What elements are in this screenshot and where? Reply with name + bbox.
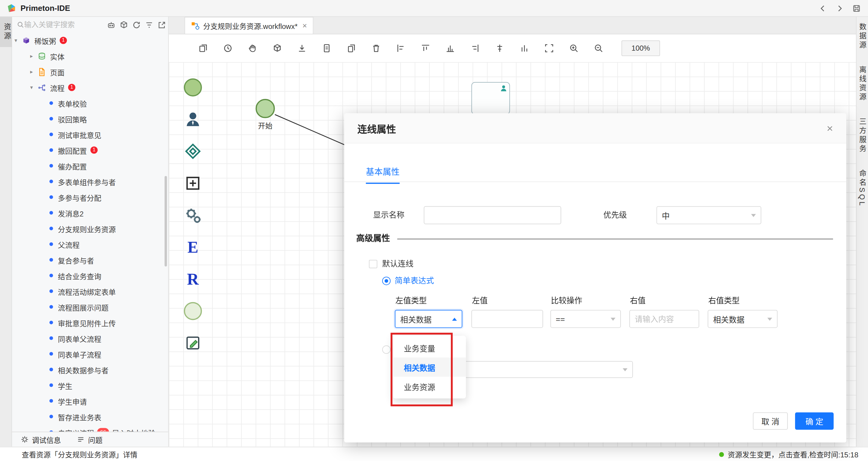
confirm-button[interactable]: 确 定 (795, 412, 834, 430)
default-line-checkbox[interactable] (369, 260, 377, 268)
download-icon[interactable] (297, 43, 307, 53)
palette-end-event[interactable] (181, 299, 205, 323)
tree-group-entities[interactable]: ▸ 实体 (12, 48, 169, 64)
zoom-in-icon[interactable] (568, 43, 579, 53)
display-name-input[interactable] (424, 206, 561, 224)
tree-item[interactable]: 测试审批意见 (12, 127, 169, 142)
copy-icon[interactable] (198, 43, 208, 53)
cancel-button[interactable]: 取 消 (753, 412, 788, 430)
tree-item[interactable]: 学生 (12, 377, 169, 393)
dock-tab-offline-resources[interactable]: 离线资源 (857, 66, 867, 102)
tree-item[interactable]: 发消息2 (12, 205, 169, 221)
tree-item[interactable]: 多参与者分配 (12, 189, 169, 205)
dialog-header: 连线属性 × (344, 113, 846, 144)
ai-assistant-icon[interactable] (106, 20, 116, 30)
start-node[interactable] (256, 99, 275, 118)
tree-item[interactable]: 表单校验 (12, 95, 169, 111)
dropdown-option-related-data[interactable]: 相关数据 (393, 358, 466, 377)
simple-expression-radio[interactable] (382, 277, 391, 285)
tree-group-pages[interactable]: ▸ 页面 (12, 64, 169, 80)
palette-note-edit[interactable] (181, 331, 205, 355)
dock-tab-resources[interactable]: 资源 (0, 17, 12, 47)
tree-item[interactable]: 分支规则业务资源 (12, 221, 169, 236)
palette-rule-r[interactable]: R (181, 267, 205, 291)
fit-screen-icon[interactable] (544, 43, 554, 53)
tree-item-partial[interactable]: 自定义流程66导入时本地验 (12, 425, 169, 432)
palette-approver-task[interactable] (181, 107, 205, 131)
palette-start-event[interactable] (181, 75, 205, 99)
dock-tab-datasource[interactable]: 数据源 (857, 23, 867, 50)
tree-item[interactable]: 流程图展示问题 (12, 299, 169, 315)
zoom-out-icon[interactable] (593, 43, 603, 53)
tree-item[interactable]: 催办配置 (12, 158, 169, 174)
align-center-icon[interactable] (494, 43, 504, 53)
tree-item[interactable]: 流程活动绑定表单 (12, 283, 169, 299)
tree-item[interactable]: 暂存进业务表 (12, 409, 169, 425)
document-icon[interactable] (321, 43, 332, 53)
dropdown-option-business-variable[interactable]: 业务变量 (393, 338, 466, 358)
history-icon[interactable] (222, 43, 233, 53)
tree-item[interactable]: 学生申请 (12, 393, 169, 409)
tree-group-processes[interactable]: ▾ 流程 1 (12, 80, 169, 95)
left-value-input[interactable] (471, 310, 543, 328)
tree-item[interactable]: 复合参与者 (12, 252, 169, 268)
align-top-icon[interactable] (420, 43, 431, 53)
align-left-icon[interactable] (396, 43, 406, 53)
problems-button[interactable]: 问题 (76, 434, 102, 445)
tree-item[interactable]: 父流程 (12, 236, 169, 252)
search-box[interactable] (14, 18, 101, 31)
bullet-icon (50, 336, 53, 340)
close-icon[interactable]: × (827, 123, 833, 133)
dock-tab-named-sql[interactable]: 命名SQL (857, 170, 867, 208)
chevron-right-icon[interactable] (834, 3, 845, 13)
tree-item[interactable]: 同表单父流程 (12, 331, 169, 346)
caret-right-icon[interactable]: ▸ (30, 69, 37, 75)
bar-chart-icon[interactable] (519, 43, 529, 53)
tab-basic-properties[interactable]: 基本属性 (366, 165, 400, 184)
delete-icon[interactable] (371, 43, 381, 53)
dropdown-option-business-resource[interactable]: 业务资源 (393, 377, 466, 396)
duplicate-icon[interactable] (346, 43, 356, 53)
caret-right-icon[interactable]: ▸ (30, 53, 37, 59)
align-right-icon[interactable] (469, 43, 480, 53)
palette-add-node[interactable] (181, 171, 205, 195)
palette-settings-gears[interactable] (181, 203, 205, 227)
caret-down-icon[interactable]: ▾ (14, 37, 22, 43)
sidebar-scrollbar[interactable] (165, 176, 167, 267)
tree-item[interactable]: 同表单子流程 (12, 346, 169, 362)
priority-select[interactable]: 中 (656, 206, 761, 224)
distribute-vertical-icon[interactable] (445, 43, 455, 53)
workflow-file-icon (191, 22, 199, 30)
tree-item[interactable]: 结合业务查询 (12, 268, 169, 283)
complex-expression-radio[interactable] (382, 345, 391, 354)
palette-entity-e[interactable]: E (181, 235, 205, 259)
restore-window-icon[interactable] (851, 3, 862, 13)
tree-item[interactable]: 撤回配置1 (12, 142, 169, 158)
zoom-level[interactable]: 100% (621, 40, 660, 56)
palette-gateway[interactable] (181, 139, 205, 163)
task-node[interactable] (471, 82, 510, 115)
caret-down-icon[interactable]: ▾ (30, 85, 37, 90)
tree-item[interactable]: 多表单组件参与者 (12, 174, 169, 189)
right-type-select[interactable]: 相关数据 (708, 310, 778, 328)
package-icon[interactable] (119, 20, 128, 30)
right-value-input[interactable] (629, 310, 699, 328)
filter-icon[interactable] (144, 20, 154, 30)
tree-item[interactable]: 驳回策略 (12, 111, 169, 127)
close-tab-icon[interactable]: × (302, 21, 307, 30)
pan-hand-icon[interactable] (247, 43, 257, 53)
package-deploy-icon[interactable] (272, 43, 282, 53)
refresh-icon[interactable] (131, 20, 141, 30)
left-type-select[interactable]: 相关数据 (395, 310, 463, 328)
debug-info-button[interactable]: 调试信息 (21, 434, 61, 445)
editor-tab-workflow[interactable]: 分支规则业务资源.workflowx* × (185, 17, 314, 34)
dock-tab-thirdparty-services[interactable]: 三方服务 (857, 118, 867, 154)
tree-item[interactable]: 审批意见附件上传 (12, 315, 169, 331)
tree-item[interactable]: 相关数据参与者 (12, 362, 169, 377)
search-input[interactable] (24, 21, 95, 29)
chevron-left-icon[interactable] (817, 3, 828, 13)
tree-node-root[interactable]: ▾ 稀饭粥 1 (12, 33, 169, 48)
status-right[interactable]: 资源发生变更，点击查看,检查时间:15:18 (719, 449, 858, 459)
compare-op-select[interactable]: == (550, 310, 621, 328)
open-external-icon[interactable] (157, 20, 166, 30)
